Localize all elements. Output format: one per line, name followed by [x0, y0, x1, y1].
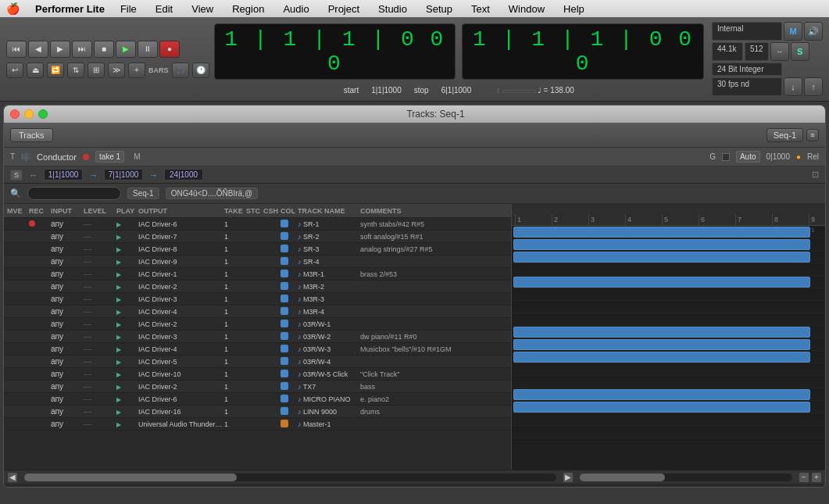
- fast-forward-button[interactable]: ⏭: [72, 41, 92, 58]
- track-row[interactable]: any — ▶ IAC Driver-3 1 ♪ M3R-3: [4, 293, 511, 306]
- track-play-9[interactable]: ▶: [116, 332, 138, 341]
- track-play-11[interactable]: ▶: [116, 357, 138, 366]
- track-filter-dropdown[interactable]: ONG4û<D....ÕÑBIrä,@: [166, 188, 258, 199]
- apple-logo-icon[interactable]: 🍎: [6, 2, 20, 15]
- track-play-16[interactable]: ▶: [116, 420, 138, 428]
- menu-region[interactable]: Region: [229, 2, 267, 16]
- audio-icon-button[interactable]: 🔊: [804, 22, 823, 41]
- next-button[interactable]: ▶: [50, 41, 70, 58]
- track-play-12[interactable]: ▶: [116, 370, 138, 378]
- tracks-tab[interactable]: Tracks: [10, 128, 53, 142]
- menu-setup[interactable]: Setup: [423, 2, 456, 16]
- audio-block[interactable]: [513, 227, 810, 238]
- punch-button[interactable]: ⏏: [27, 63, 44, 78]
- track-play-1[interactable]: ▶: [116, 232, 138, 241]
- track-row[interactable]: any — ▶ IAC Driver-2 1 ♪ TX7 bass: [4, 381, 511, 393]
- horizontal-scrollbar[interactable]: [24, 474, 556, 481]
- start-value[interactable]: 1|1|1000: [371, 86, 402, 95]
- seq-dropdown[interactable]: Seq-1: [766, 128, 803, 142]
- menu-project[interactable]: Project: [325, 2, 363, 16]
- search-input[interactable]: [27, 187, 121, 200]
- track-rec-0[interactable]: [29, 220, 51, 228]
- track-play-0[interactable]: ▶: [116, 220, 138, 228]
- menu-text[interactable]: Text: [468, 2, 493, 16]
- zoom-in-button[interactable]: +: [811, 472, 822, 483]
- track-play-4[interactable]: ▶: [116, 270, 138, 278]
- s-btn[interactable]: S: [10, 170, 23, 181]
- grid-button[interactable]: ⊞: [88, 63, 105, 78]
- tempo-slider[interactable]: [502, 90, 535, 93]
- record-button[interactable]: ●: [159, 41, 180, 58]
- track-row[interactable]: any — ▶ IAC Driver-8 1 ♪ SR-3 analog str…: [4, 243, 511, 256]
- s-icon-button[interactable]: S: [791, 42, 809, 61]
- seq-filter-dropdown[interactable]: Seq-1: [127, 188, 159, 199]
- plus-button[interactable]: +: [128, 63, 145, 78]
- play-button[interactable]: ▶: [116, 41, 136, 58]
- menu-view[interactable]: View: [188, 2, 216, 16]
- track-play-3[interactable]: ▶: [116, 257, 138, 266]
- track-play-13[interactable]: ▶: [116, 382, 138, 391]
- pause-button[interactable]: ⏸: [138, 41, 158, 58]
- scrollbar-thumb[interactable]: [24, 474, 237, 481]
- track-play-5[interactable]: ▶: [116, 282, 138, 291]
- track-row[interactable]: any — ▶ IAC Driver-2 1 ♪ 03R/W-1: [4, 318, 511, 331]
- track-play-8[interactable]: ▶: [116, 320, 138, 328]
- menu-file[interactable]: File: [117, 2, 140, 16]
- seq-end-time[interactable]: 7|1|1000: [104, 169, 143, 181]
- zoom-out-button[interactable]: −: [799, 472, 809, 483]
- track-row[interactable]: any — ▶ IAC Driver-4 1 ♪ 03R/W-3 Musicbo…: [4, 343, 511, 356]
- seq-dur-time[interactable]: 24|1000: [164, 169, 203, 181]
- menu-window[interactable]: Window: [506, 2, 548, 16]
- conductor-take-dropdown[interactable]: take 1: [95, 151, 124, 163]
- maximize-button[interactable]: [38, 109, 48, 119]
- sync-icon-button[interactable]: ↔: [770, 42, 789, 61]
- midi-icon-button[interactable]: M: [784, 22, 802, 41]
- nudge-button[interactable]: ≫: [108, 63, 125, 78]
- track-play-14[interactable]: ▶: [116, 395, 138, 403]
- minimize-button[interactable]: [24, 109, 34, 119]
- track-play-2[interactable]: ▶: [116, 245, 138, 253]
- track-play-7[interactable]: ▶: [116, 307, 138, 316]
- track-row[interactable]: any — ▶ IAC Driver-3 1 ♪ 03R/W-2 dw pian…: [4, 331, 511, 343]
- stop-button[interactable]: ■: [94, 41, 114, 58]
- loop-button[interactable]: 🔁: [47, 63, 64, 78]
- vertical-scrollbar[interactable]: [580, 474, 792, 481]
- track-row[interactable]: any — ▶ IAC Driver-6 1 ♪ SR-1 synth stab…: [4, 218, 511, 231]
- down-icon-button[interactable]: ↓: [784, 77, 802, 96]
- up-icon-button[interactable]: ↑: [804, 77, 823, 96]
- track-row[interactable]: any — ▶ IAC Driver-2 1 ♪ M3R-2: [4, 281, 511, 293]
- track-row[interactable]: any — ▶ IAC Driver-10 1 ♪ 03R/W-5 Click …: [4, 368, 511, 381]
- auto-dropdown[interactable]: Auto: [736, 151, 760, 163]
- clock-button[interactable]: 🕐: [192, 63, 209, 78]
- track-row[interactable]: any — ▶ IAC Driver-4 1 ♪ M3R-4: [4, 306, 511, 318]
- audio-block[interactable]: [513, 239, 810, 250]
- track-play-10[interactable]: ▶: [116, 345, 138, 353]
- track-row[interactable]: any — ▶ IAC Driver-6 1 ♪ MICRO PIANO e. …: [4, 393, 511, 406]
- scroll-right-button[interactable]: ▶: [563, 472, 574, 483]
- track-row[interactable]: any — ▶ IAC Driver-5 1 ♪ 03R/W-4: [4, 356, 511, 368]
- seq-menu-button[interactable]: ≡: [806, 129, 819, 141]
- audio-block[interactable]: [513, 327, 810, 338]
- undo-button[interactable]: ↩: [6, 63, 23, 78]
- track-row[interactable]: any — ▶ IAC Driver-1 1 ♪ M3R-1 brass 2/#…: [4, 268, 511, 281]
- menu-help[interactable]: Help: [560, 2, 588, 16]
- menu-edit[interactable]: Edit: [152, 2, 176, 16]
- audio-block[interactable]: [513, 339, 810, 350]
- audio-block[interactable]: [513, 352, 810, 363]
- v-scrollbar-thumb[interactable]: [580, 474, 665, 481]
- menu-studio[interactable]: Studio: [375, 2, 410, 16]
- rewind-button[interactable]: ⏮: [6, 41, 27, 58]
- audio-block[interactable]: [513, 389, 810, 400]
- menu-audio[interactable]: Audio: [280, 2, 312, 16]
- close-button[interactable]: [10, 109, 20, 119]
- click-button[interactable]: 🎵: [172, 63, 189, 78]
- tempo-value[interactable]: 138.00: [550, 86, 574, 95]
- audio-block[interactable]: [513, 402, 810, 413]
- audio-block[interactable]: [513, 252, 810, 263]
- seq-start-time[interactable]: 1|1|1000: [44, 169, 83, 181]
- track-row[interactable]: any — ▶ IAC Driver-7 1 ♪ SR-2 soft analo…: [4, 231, 511, 243]
- scroll-left-button[interactable]: ◀: [7, 472, 18, 483]
- auto-checkbox[interactable]: [722, 153, 730, 161]
- stop-value[interactable]: 6|1|1000: [441, 86, 472, 95]
- shuffle-button[interactable]: ⇅: [67, 63, 84, 78]
